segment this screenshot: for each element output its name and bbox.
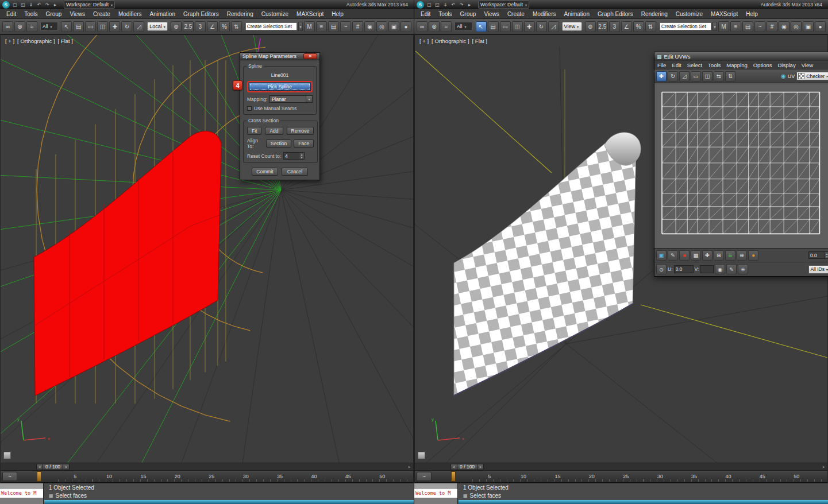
select-and-uniform-scale-icon[interactable]: ◿ xyxy=(133,21,144,32)
v-field[interactable] xyxy=(700,265,714,273)
snaps-toggle-icon[interactable]: 2.5 xyxy=(183,21,194,32)
u-field[interactable] xyxy=(674,265,694,273)
select-and-rotate-icon[interactable]: ↻ xyxy=(536,21,547,32)
menu-item[interactable]: Rendering xyxy=(637,11,672,17)
chevron-down-icon[interactable]: ▾ xyxy=(713,22,717,31)
add-button[interactable]: Add xyxy=(265,127,283,135)
window-crossing-icon[interactable]: ◫ xyxy=(97,21,108,32)
fit-button[interactable]: Fit xyxy=(247,127,261,135)
menu-item[interactable]: MAXScript xyxy=(707,11,742,17)
save-file-icon[interactable]: ⇓ xyxy=(28,1,34,8)
curve-editor-icon[interactable]: ~ xyxy=(340,21,351,32)
menu-item[interactable]: Customize xyxy=(257,11,292,17)
menu-item[interactable]: File xyxy=(654,62,669,68)
uvw-mirror-icon[interactable]: ◫ xyxy=(702,71,713,82)
select-and-link-icon[interactable]: ∞ xyxy=(2,21,13,32)
menu-item[interactable]: Edit xyxy=(417,11,434,17)
select-by-name-icon[interactable]: ▤ xyxy=(488,21,499,32)
viewport-label-token[interactable]: [ Flat ] xyxy=(472,38,487,44)
uvw-target-icon[interactable]: ⊕ xyxy=(737,250,747,261)
spinner-snap-icon[interactable]: ⇅ xyxy=(231,21,242,32)
schematic-view-icon[interactable]: # xyxy=(767,21,777,32)
uvw-freeform-icon[interactable]: ▭ xyxy=(691,71,701,82)
uvw-flip-vertical-icon[interactable]: ⇅ xyxy=(725,71,735,82)
track-bar[interactable]: ~ 5101520253035404550 xyxy=(415,471,827,483)
uv-editor-canvas[interactable] xyxy=(654,83,828,249)
select-and-rotate-icon[interactable]: ↻ xyxy=(121,21,132,32)
rendered-frame-icon[interactable]: ▣ xyxy=(803,21,814,32)
previous-frame-button[interactable]: < xyxy=(37,465,43,469)
uvw-pack-icon[interactable]: ▦ xyxy=(691,250,701,261)
uvw-rotate-icon[interactable]: ↻ xyxy=(668,71,678,82)
menu-item[interactable]: Modifiers xyxy=(529,11,560,17)
open-file-icon[interactable]: ◱ xyxy=(20,1,26,8)
mirror-icon[interactable]: M xyxy=(304,21,315,32)
rectangular-selection-region-icon[interactable]: ▭ xyxy=(85,21,96,32)
track-bar[interactable]: ~ 5101520253035404550 xyxy=(1,471,413,483)
save-file-icon[interactable]: ⇓ xyxy=(442,1,449,8)
menu-item[interactable]: Animation xyxy=(145,11,179,17)
chevron-down-icon[interactable]: ▾ xyxy=(298,22,303,31)
menu-item[interactable]: Animation xyxy=(560,11,593,17)
rendered-frame-icon[interactable]: ▣ xyxy=(388,21,399,32)
bind-to-space-warp-icon[interactable]: ≈ xyxy=(26,21,37,32)
material-editor-icon[interactable]: ◉ xyxy=(779,21,790,32)
spinner-down-icon[interactable]: ▾ xyxy=(301,156,303,159)
select-and-move-icon[interactable]: ✚ xyxy=(109,21,120,32)
menu-item[interactable]: Create xyxy=(503,11,529,17)
menu-item[interactable]: Views xyxy=(480,11,503,17)
track-scroll-arrow[interactable]: > xyxy=(406,465,412,469)
viewport-label-token[interactable]: [ Orthographic ] xyxy=(17,38,55,44)
use-manual-seams-checkbox[interactable] xyxy=(247,106,252,111)
menu-item[interactable]: MAXScript xyxy=(292,11,328,17)
snaps-toggle-3d-icon[interactable]: 3 xyxy=(609,21,620,32)
zoom-icon[interactable]: ⊙ xyxy=(656,264,667,274)
dialog-titlebar[interactable]: Spline Map Parameters ✕ xyxy=(240,53,319,60)
new-scene-icon[interactable]: ▢ xyxy=(426,1,433,8)
layer-manager-icon[interactable]: ▤ xyxy=(742,21,753,32)
viewport-label-token[interactable]: [ Orthographic ] xyxy=(432,38,469,44)
selection-filter-dropdown[interactable]: All ▾ xyxy=(455,22,473,31)
menu-item[interactable]: Tools xyxy=(705,62,723,68)
unlink-selection-icon[interactable]: ⊗ xyxy=(14,21,25,32)
percent-snap-icon[interactable]: % xyxy=(633,21,644,32)
spinner-down-icon[interactable]: ▾ xyxy=(826,255,828,258)
bind-to-space-warp-icon[interactable]: ≈ xyxy=(441,21,452,32)
uvw-rotate-plus-icon[interactable]: ▣ xyxy=(656,250,667,261)
unlink-selection-icon[interactable]: ⊗ xyxy=(429,21,440,32)
edit-uvws-titlebar[interactable]: ▦ Edit UVWs xyxy=(654,52,828,61)
viewport[interactable]: [ + ][ Orthographic ][ Flat ] y x xyxy=(1,34,413,463)
menu-item[interactable]: Help xyxy=(742,11,762,17)
viewport-nav-button[interactable] xyxy=(3,452,11,459)
select-by-name-icon[interactable]: ▤ xyxy=(73,21,84,32)
select-object-icon[interactable]: ↖ xyxy=(61,21,72,32)
material-editor-icon[interactable]: ◉ xyxy=(364,21,375,32)
next-frame-button[interactable]: > xyxy=(63,465,69,469)
uvw-soft-selection-icon[interactable]: ● xyxy=(748,250,758,261)
layer-manager-icon[interactable]: ▤ xyxy=(328,21,339,32)
reference-coordinate-dropdown[interactable]: View ▾ xyxy=(562,22,582,31)
remove-button[interactable]: Remove xyxy=(287,127,314,135)
time-slider-handle[interactable]: < 0 / 100 > xyxy=(36,464,70,470)
track-bar-frame-marker[interactable] xyxy=(37,471,41,482)
mini-curve-editor-button[interactable]: ~ xyxy=(417,472,432,481)
project-folder-icon[interactable]: ▸ xyxy=(466,1,473,8)
track-scroll-arrow[interactable]: > xyxy=(821,465,826,469)
uvw-move-icon[interactable]: ✚ xyxy=(656,71,667,82)
named-selection-set-input[interactable] xyxy=(245,22,297,30)
uvw-value-spinner[interactable]: ▴ ▾ xyxy=(808,251,828,259)
time-slider[interactable]: < 0 / 100 > > xyxy=(415,463,827,471)
select-object-icon[interactable]: ↖ xyxy=(476,21,487,32)
menu-item[interactable]: Graph Editors xyxy=(179,11,223,17)
angle-snap-icon[interactable]: ∠ xyxy=(621,21,632,32)
previous-frame-button[interactable]: < xyxy=(451,465,457,469)
selection-lock-icon[interactable]: ▦ xyxy=(49,493,53,498)
menu-item[interactable]: Create xyxy=(89,11,114,17)
menu-item[interactable]: Tools xyxy=(434,11,456,17)
open-file-icon[interactable]: ◱ xyxy=(434,1,441,8)
uvw-flip-horizontal-icon[interactable]: ⇆ xyxy=(714,71,724,82)
uvw-grid-icon[interactable]: ⊞ xyxy=(714,250,724,261)
menu-item[interactable]: Group xyxy=(456,11,480,17)
track-bar-frame-marker[interactable] xyxy=(451,471,456,482)
render-icon[interactable]: ● xyxy=(400,21,411,32)
